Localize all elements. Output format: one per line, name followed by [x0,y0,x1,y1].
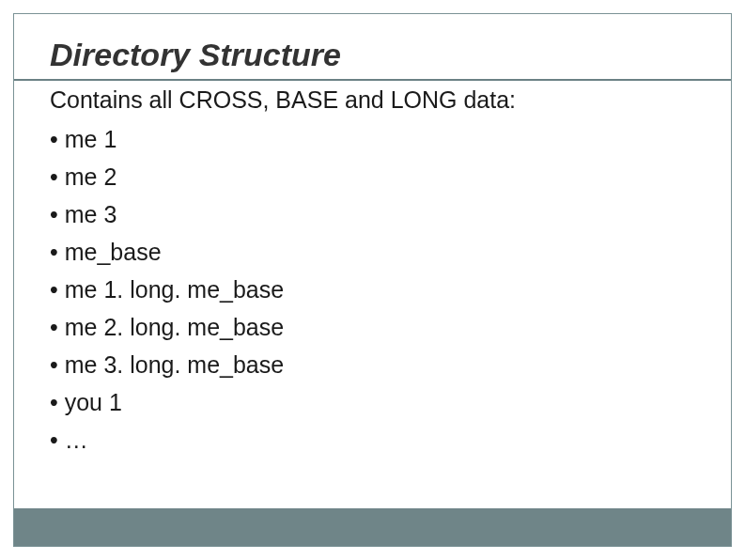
list-item: me 3 [50,195,695,233]
slide-content: Contains all CROSS, BASE and LONG data: … [14,81,731,459]
slide-title: Directory Structure [14,14,731,81]
list-item: me 2. long. me_base [50,308,695,346]
list-item: … [50,421,695,459]
list-item: me 2 [50,158,695,195]
list-item: you 1 [50,383,695,421]
intro-text: Contains all CROSS, BASE and LONG data: [50,81,695,118]
slide-frame: Directory Structure Contains all CROSS, … [13,13,732,547]
footer-bar [14,508,731,546]
list-item: me 1 [50,120,695,158]
list-item: me_base [50,233,695,271]
list-item: me 3. long. me_base [50,346,695,383]
list-item: me 1. long. me_base [50,271,695,308]
bullet-list: me 1 me 2 me 3 me_base me 1. long. me_ba… [50,120,695,459]
